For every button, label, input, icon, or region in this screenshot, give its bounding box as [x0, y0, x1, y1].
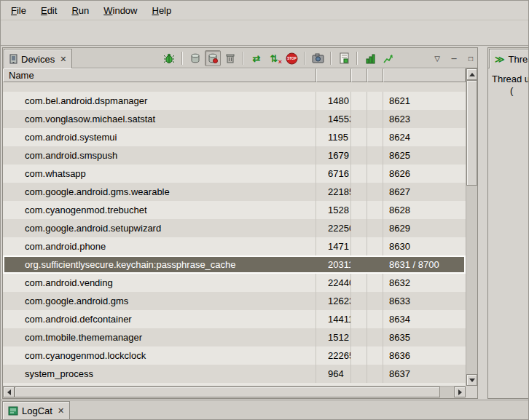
scroll-right-button[interactable]	[454, 387, 466, 397]
horizontal-scrollbar-thumb[interactable]	[15, 387, 440, 397]
scroll-down-button[interactable]	[466, 374, 477, 386]
table-row[interactable]: org.sufficientlysecure.keychain:passphra…	[3, 255, 466, 274]
cell-name: com.tmobile.thememanager	[3, 328, 316, 346]
cell-name: com.google.android.gms	[3, 292, 316, 310]
panel-sash[interactable]	[479, 47, 487, 399]
column-header-name[interactable]: Name	[3, 68, 316, 82]
table-row[interactable]: com.google.android.gms.wearable221858627	[3, 183, 466, 201]
dump-hprof-button[interactable]	[205, 50, 221, 66]
cell-spacer	[367, 146, 383, 165]
menu-file[interactable]: File	[4, 2, 34, 18]
cell-spacer	[351, 219, 367, 237]
toolbar-separator	[304, 52, 305, 65]
cell-port: 8633	[383, 292, 466, 310]
close-icon[interactable]: ✕	[58, 55, 66, 64]
cell-name: com.android.smspush	[3, 146, 316, 165]
table-row[interactable]: com.android.smspush16798625	[3, 146, 466, 165]
cell-pid: 14411	[316, 310, 351, 328]
threads-content: Thread up (	[488, 68, 528, 398]
update-heap-button[interactable]	[187, 50, 203, 66]
stop-process-button[interactable]: STOP	[283, 50, 299, 66]
table-row-partial	[3, 82, 466, 92]
table-row[interactable]: com.vonglasow.michael.satstat145538623	[3, 110, 466, 128]
tab-logcat[interactable]: LogCat ✕	[2, 401, 70, 420]
vertical-scrollbar[interactable]	[466, 68, 477, 386]
maximize-button[interactable]: □	[464, 52, 477, 65]
table-row[interactable]: com.google.android.setupwizard222508629	[3, 219, 466, 237]
menubar: FileEditRunWindowHelp	[1, 1, 528, 20]
cell-pid: 22250	[316, 219, 351, 237]
column-header-port[interactable]	[383, 68, 466, 82]
tab-threads[interactable]: ≫ Threads	[489, 49, 529, 68]
cell-port: 8621	[383, 92, 466, 110]
heap-bars-icon	[365, 53, 376, 64]
table-row[interactable]: com.android.defcontainer144118634	[3, 310, 466, 328]
tab-threads-label: Threads	[509, 54, 529, 65]
table-row[interactable]: com.android.phone14718630	[3, 237, 466, 255]
column-header-c4[interactable]	[367, 68, 383, 82]
table-row[interactable]: com.android.systemui11958624	[3, 128, 466, 146]
arrow-down-icon	[469, 379, 475, 382]
cell-spacer	[367, 292, 383, 310]
cell-port: 8629	[383, 219, 466, 237]
cell-port: 8625	[383, 146, 466, 165]
table-row[interactable]: com.android.vending224408632	[3, 274, 466, 292]
minimize-button[interactable]: ─	[447, 52, 461, 65]
table-row[interactable]: com.cyanogenmod.trebuchet15288628	[3, 201, 466, 219]
cell-spacer	[351, 365, 367, 383]
table-row[interactable]: com.bel.android.dspmanager14808621	[3, 92, 466, 110]
menu-window[interactable]: Window	[96, 2, 144, 18]
cell-port: 8632	[383, 274, 466, 292]
cell-spacer	[351, 292, 367, 310]
cell-pid: 1471	[316, 237, 351, 255]
threads-message-line1: Thread up	[492, 74, 529, 84]
cell-spacer	[367, 219, 383, 237]
app-toolbar	[1, 20, 528, 46]
table-body: com.bel.android.dspmanager14808621com.vo…	[3, 82, 466, 386]
cell-name: com.android.systemui	[3, 128, 316, 146]
debug-button[interactable]	[161, 50, 177, 66]
cell-name: system_process	[3, 365, 316, 383]
cell-spacer	[351, 237, 367, 255]
table-row[interactable]: com.whatsapp67168626	[3, 165, 466, 183]
column-header-pid[interactable]	[316, 68, 351, 82]
cell-pid: 6716	[316, 165, 351, 183]
cell-spacer	[351, 92, 367, 110]
scroll-left-button[interactable]	[3, 387, 15, 397]
table-row[interactable]: com.cyanogenmod.lockclock222658636	[3, 346, 466, 365]
cell-pid: 22185	[316, 183, 351, 201]
stop-label: STOP	[287, 57, 296, 60]
tracer-icon	[383, 53, 393, 64]
cell-pid: 964	[316, 365, 351, 383]
threads-message-line2: (	[510, 85, 513, 96]
ddms-window: FileEditRunWindowHelp Devices ✕	[0, 0, 529, 420]
method-profiling-button[interactable]: ⇅ ×	[266, 50, 282, 66]
horizontal-scrollbar[interactable]	[3, 386, 466, 398]
cause-gc-button[interactable]	[222, 50, 238, 66]
bottom-tabbar: LogCat ✕	[1, 400, 528, 419]
menu-run[interactable]: Run	[64, 2, 96, 18]
scroll-up-button[interactable]	[466, 68, 477, 80]
heap-bars-button[interactable]	[362, 50, 378, 66]
cell-spacer	[351, 255, 367, 274]
cell-port: 8634	[383, 310, 466, 328]
stop-process-icon: STOP	[286, 52, 298, 65]
cell-name: com.whatsapp	[3, 165, 316, 183]
update-threads-button[interactable]: ⇄	[248, 50, 264, 66]
screenshot-button[interactable]	[310, 50, 326, 66]
scrollbar-corner	[466, 386, 477, 398]
column-header-c3[interactable]	[351, 68, 367, 82]
table-row[interactable]: com.google.android.gms126238633	[3, 292, 466, 310]
cell-pid: 20311	[316, 255, 351, 274]
bug-report-button[interactable]	[336, 50, 352, 66]
close-icon[interactable]: ✕	[56, 406, 64, 416]
vertical-scrollbar-thumb[interactable]	[466, 80, 477, 186]
tab-devices[interactable]: Devices ✕	[4, 49, 72, 68]
menu-help[interactable]: Help	[144, 2, 179, 18]
bug-report-icon	[339, 52, 350, 64]
view-menu-button[interactable]: ▽	[431, 52, 444, 65]
menu-edit[interactable]: Edit	[34, 2, 64, 18]
table-row[interactable]: system_process9648637	[3, 365, 466, 383]
table-row[interactable]: com.tmobile.thememanager15128635	[3, 328, 466, 346]
tracer-button[interactable]	[380, 50, 396, 66]
